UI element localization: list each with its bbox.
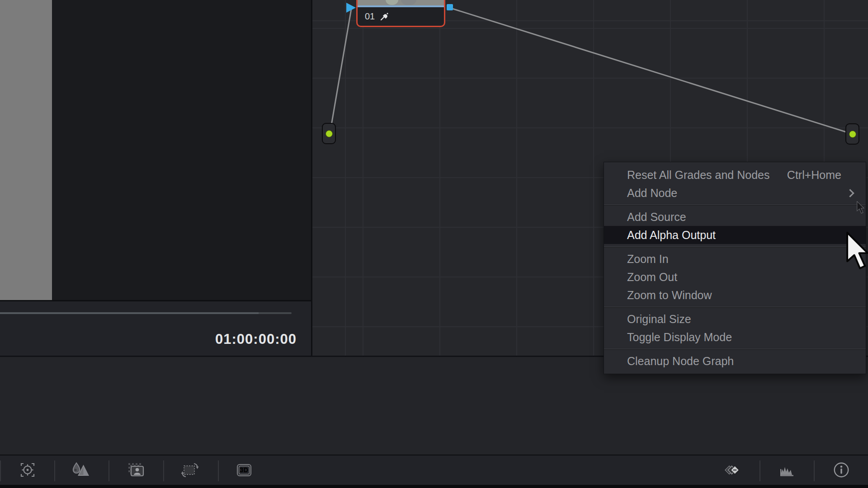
transform-icon [180, 460, 200, 480]
menu-separator [604, 205, 866, 205]
toolbar-separator [814, 460, 815, 481]
toolbar-separator [108, 460, 109, 481]
toolbar-separator [760, 460, 760, 481]
tracker-icon [18, 460, 38, 480]
magic-mask-button[interactable] [126, 460, 146, 480]
secondary-cursor-icon [857, 201, 867, 215]
scopes-histogram-icon [777, 460, 797, 480]
menu-item-label: Cleanup Node Graph [627, 355, 734, 368]
menu-separator [604, 307, 866, 307]
3d-button[interactable]: 3D [234, 460, 254, 480]
menu-item[interactable]: Zoom In [604, 250, 866, 268]
viewer-panel [0, 0, 311, 300]
menu-item-label: Add Source [627, 211, 686, 224]
toolbar-separator [54, 460, 55, 481]
toolbar-edge-tick [0, 460, 1, 481]
transport-panel: 01:00:00:00 [0, 301, 311, 356]
davinci-resolve-color-page: 01:00:00:00 01 [0, 0, 868, 488]
toolbar-bottom-strip [0, 485, 868, 488]
3d-icon-label: 3D [234, 460, 254, 480]
portrait-mask-icon [126, 460, 146, 480]
toolbar-separator [218, 460, 219, 481]
transform-button[interactable] [180, 460, 200, 480]
timeline-scrubber[interactable] [0, 312, 259, 314]
node-output-square[interactable] [447, 4, 453, 10]
menu-item[interactable]: Add Alpha Output [604, 226, 866, 244]
mouse-cursor-icon [846, 231, 868, 273]
menu-item-label: Toggle Display Mode [627, 331, 732, 344]
stacked-diamonds-icon [723, 460, 743, 480]
timeline-scrubber-tail[interactable] [259, 312, 292, 314]
eyedropper-icon [379, 12, 389, 22]
menu-item[interactable]: Toggle Display Mode [604, 328, 866, 346]
menu-item[interactable]: Add Source [604, 208, 866, 226]
menu-item[interactable]: Zoom Out [604, 268, 866, 286]
source-input-node[interactable] [322, 123, 336, 144]
menu-item-label: Add Alpha Output [627, 229, 716, 242]
thumbnail-highlight [386, 0, 398, 5]
corrector-node-01[interactable]: 01 [356, 0, 445, 27]
menu-item-label: Zoom to Window [627, 289, 712, 302]
menu-item[interactable]: Original Size [604, 310, 866, 328]
toolbar-separator [163, 460, 164, 481]
menu-separator [604, 349, 866, 349]
menu-item-label: Reset All Grades and Nodes [627, 169, 769, 182]
node-input-triangle[interactable] [346, 3, 356, 13]
menu-item-label: Add Node [627, 187, 677, 200]
node-number-label: 01 [365, 11, 375, 22]
tracker-button[interactable] [18, 460, 38, 480]
menu-item[interactable]: Cleanup Node Graph [604, 352, 866, 370]
menu-item-shortcut: Ctrl+Home [787, 169, 854, 182]
output-node[interactable] [845, 123, 859, 145]
green-output-dot [849, 131, 856, 138]
menu-item-label: Zoom In [627, 253, 669, 266]
node-thumbnail [358, 0, 444, 5]
green-source-dot [326, 130, 333, 137]
context-menu: Reset All Grades and Nodes Ctrl+Home Add… [604, 162, 866, 374]
thumbnail-shadow [401, 0, 416, 5]
droplet-triangle-icon [71, 460, 90, 480]
menu-item[interactable]: Reset All Grades and Nodes Ctrl+Home [604, 166, 866, 184]
timecode-display: 01:00:00:00 [181, 331, 331, 347]
info-icon [831, 460, 851, 480]
wipe-stills-button[interactable] [723, 460, 743, 480]
menu-item-label: Zoom Out [627, 271, 677, 284]
color-warper-button[interactable] [71, 460, 90, 480]
menu-item[interactable]: Add Node [604, 184, 866, 202]
info-button[interactable] [831, 460, 851, 480]
scopes-button[interactable] [777, 460, 797, 480]
bottom-toolbar: 3D [0, 455, 868, 485]
menu-item[interactable]: Zoom to Window [604, 286, 866, 304]
menu-item-label: Original Size [627, 313, 691, 326]
submenu-chevron-icon [846, 189, 854, 197]
viewer-image-strip [0, 0, 52, 300]
menu-separator [604, 247, 866, 247]
node-label-row: 01 [358, 7, 444, 26]
